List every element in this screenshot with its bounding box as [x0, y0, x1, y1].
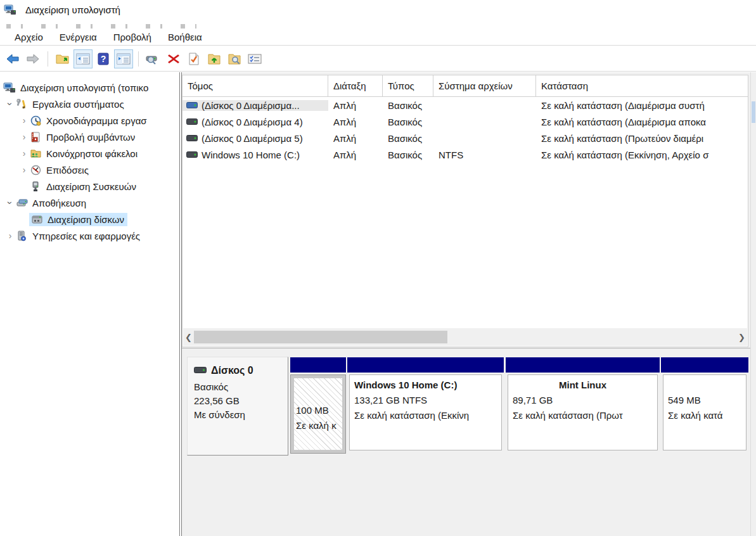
chevron-right-icon[interactable]: ›: [19, 148, 29, 158]
chevron-right-icon[interactable]: ›: [5, 231, 15, 241]
tree-item-storage[interactable]: › Αποθήκευση: [0, 195, 179, 211]
scroll-right-arrow-icon[interactable]: ❯: [736, 333, 747, 342]
tree-item-services-applications[interactable]: › Υπηρεσίες και εφαρμογές: [0, 227, 179, 244]
partition-color-bar: [661, 357, 748, 373]
svg-text:?: ?: [101, 54, 106, 64]
table-row[interactable]: (Δίσκος 0 Διαμέρισμα... Απλή Βασικός Σε …: [183, 97, 748, 113]
task-scheduler-icon: [29, 115, 42, 126]
volume-list-header: Τόμος Διάταξη Τύπος Σύστημα αρχείων Κατά…: [183, 75, 748, 97]
disk-name: Δίσκος 0: [211, 365, 253, 376]
show-console-tree-toggle[interactable]: [74, 49, 93, 68]
console-tree: Διαχείριση υπολογιστή (τοπικο › Εργαλεία…: [0, 72, 179, 536]
column-header-volume[interactable]: Τόμος: [183, 75, 328, 96]
device-manager-icon: [29, 181, 42, 192]
volume-layout: Απλή: [328, 100, 383, 111]
explore-folder-button[interactable]: [225, 49, 244, 68]
column-header-layout[interactable]: Διάταξη: [328, 75, 383, 96]
disk-0-header[interactable]: Δίσκος 0 Βασικός 223,56 GB Με σύνδεση: [187, 357, 288, 456]
disk-icon: [194, 365, 207, 376]
volume-status: Σε καλή κατάσταση (Εκκίνηση, Αρχείο σ: [536, 150, 748, 160]
volume-type: Βασικός: [383, 133, 433, 144]
table-row[interactable]: Windows 10 Home (C:) Απλή Βασικός NTFS Σ…: [183, 146, 748, 163]
vertical-scrollbar-thumb[interactable]: [752, 101, 755, 123]
table-row[interactable]: (Δίσκος 0 Διαμέρισμα 4) Απλή Βασικός Σε …: [183, 113, 748, 130]
disk-management-icon: [30, 215, 43, 224]
partition-status: Σε καλή κ: [296, 418, 344, 433]
show-action-pane-toggle[interactable]: [114, 49, 133, 68]
disk-size: 223,56 GB: [194, 394, 288, 408]
menu-file[interactable]: Αρχείο: [6, 30, 51, 44]
shared-folders-icon: [29, 148, 42, 158]
tree-item-performance[interactable]: › Επιδόσεις: [0, 162, 179, 178]
tree-item-shared-folders[interactable]: › Κοινόχρηστοι φάκελοι: [0, 145, 179, 162]
chevron-right-icon[interactable]: ›: [19, 132, 29, 142]
event-viewer-icon: [29, 132, 42, 143]
menu-bar: Αρχείο Ενέργεια Προβολή Βοήθεια: [0, 29, 756, 46]
chevron-down-icon[interactable]: ›: [5, 99, 15, 109]
horizontal-scrollbar[interactable]: ❮ ❯: [183, 328, 747, 346]
tree-item-device-manager[interactable]: Διαχείριση Συσκευών: [0, 178, 179, 195]
horizontal-scrollbar-thumb[interactable]: [194, 331, 447, 343]
partition-recovery[interactable]: 549 MB Σε καλή κατά: [661, 357, 748, 456]
tree-item-task-scheduler[interactable]: › Χρονοδιάγραμμα εργασ: [0, 112, 179, 129]
tree-label: Αποθήκευση: [32, 198, 86, 208]
partition-color-bar: [347, 357, 504, 373]
tree-label: Διαχείριση υπολογιστή (τοπικο: [20, 82, 148, 93]
table-row[interactable]: (Δίσκος 0 Διαμέρισμα 5) Απλή Βασικός Σε …: [183, 130, 748, 146]
window-title: Διαχείριση υπολογιστή: [25, 4, 120, 15]
partition-selected-body[interactable]: 100 MB Σε καλή κ: [290, 374, 346, 454]
column-header-filesystem[interactable]: Σύστημα αρχείων: [433, 75, 536, 96]
toolbar-separator: [48, 51, 48, 67]
tree-label: Εργαλεία συστήματος: [32, 99, 124, 110]
menu-action[interactable]: Ενέργεια: [51, 30, 105, 44]
column-header-type[interactable]: Τύπος: [383, 75, 433, 96]
tree-item-system-tools[interactable]: › Εργαλεία συστήματος: [0, 96, 179, 112]
volume-layout: Απλή: [328, 150, 383, 160]
tree-item-disk-management[interactable]: Διαχείριση δίσκων: [0, 211, 179, 227]
horizontal-scrollbar-track[interactable]: [194, 328, 736, 346]
export-list-button[interactable]: [53, 49, 72, 68]
tree-label: Επιδόσεις: [46, 165, 89, 175]
tree-root-computer-management[interactable]: Διαχείριση υπολογιστή (τοπικο: [0, 79, 179, 96]
tree-label: Διαχείριση Συσκευών: [46, 181, 136, 192]
partition-windows[interactable]: Windows 10 Home (C:) 133,21 GB NTFS Σε κ…: [347, 357, 504, 456]
volume-type: Βασικός: [383, 117, 433, 127]
disk-status: Με σύνδεση: [194, 408, 288, 422]
partition-color-bar: [506, 357, 660, 373]
back-button[interactable]: [3, 49, 22, 68]
titlebar: Διαχείριση υπολογιστή: [0, 0, 120, 19]
partition-size: 100 MB: [296, 403, 344, 418]
forward-button[interactable]: [23, 49, 42, 68]
performance-icon: [29, 165, 42, 175]
open-parent-folder-button[interactable]: [205, 49, 224, 68]
chevron-right-icon[interactable]: ›: [19, 165, 29, 175]
volume-name: (Δίσκος 0 Διαμέρισμα 5): [202, 133, 303, 144]
partition-mint-linux[interactable]: Mint Linux 89,71 GB Σε καλή κατάσταση (Π…: [506, 357, 660, 456]
rescan-disks-button[interactable]: [144, 49, 163, 68]
computer-icon: [3, 82, 16, 93]
help-button[interactable]: ?: [94, 49, 113, 68]
volume-name: (Δίσκος 0 Διαμέρισμα...: [202, 100, 300, 111]
menu-view[interactable]: Προβολή: [105, 30, 160, 44]
disk-type: Βασικός: [194, 380, 288, 394]
storage-icon: [15, 198, 28, 208]
services-applications-icon: [15, 231, 28, 241]
volume-name: Windows 10 Home (C:): [202, 150, 300, 160]
column-header-status[interactable]: Κατάσταση: [536, 75, 748, 96]
menu-help[interactable]: Βοήθεια: [160, 30, 210, 44]
delete-button[interactable]: [164, 49, 183, 68]
chevron-down-icon[interactable]: ›: [5, 198, 15, 208]
volume-list: Τόμος Διάταξη Τύπος Σύστημα αρχείων Κατά…: [182, 75, 748, 347]
partition-system[interactable]: 100 MB Σε καλή κ: [290, 357, 346, 456]
tree-item-event-viewer[interactable]: › Προβολή συμβάντων: [0, 129, 179, 145]
scroll-left-arrow-icon[interactable]: ❮: [183, 333, 194, 342]
volume-type: Βασικός: [383, 150, 433, 160]
mark-partition-button[interactable]: [184, 49, 203, 68]
computer-management-icon: [4, 4, 16, 15]
properties-button[interactable]: [245, 49, 264, 68]
computer-management-window: Διαχείριση υπολογιστή Αρχείο Ενέργεια Πρ…: [0, 0, 756, 536]
chevron-right-icon[interactable]: ›: [19, 115, 29, 125]
partition-status: Σε καλή κατάσταση (Εκκίνη: [354, 408, 497, 423]
vertical-scrollbar[interactable]: [750, 72, 756, 536]
partition-size: 133,21 GB NTFS: [354, 393, 497, 408]
